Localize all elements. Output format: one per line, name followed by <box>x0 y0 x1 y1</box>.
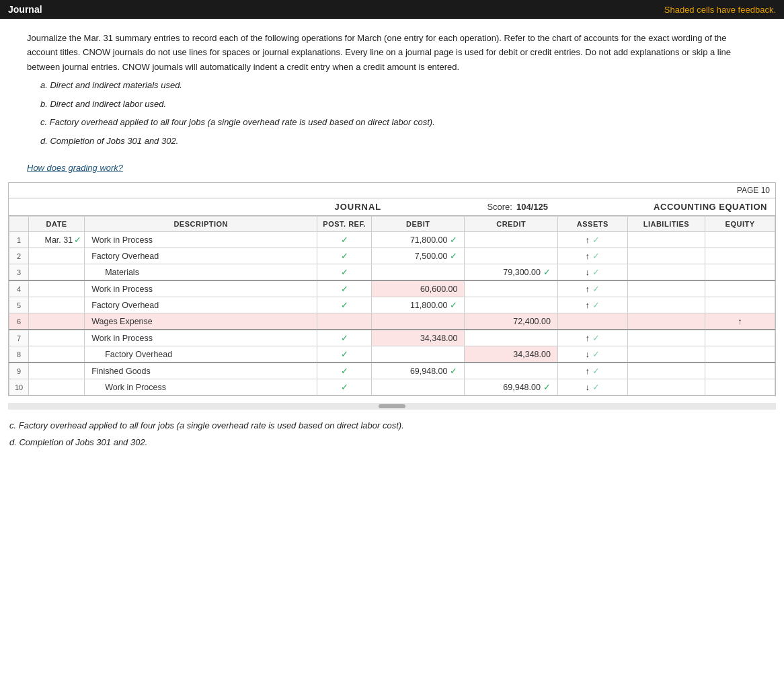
debit-cell[interactable]: 34,348.00 <box>372 330 465 346</box>
equity-cell[interactable] <box>705 264 775 281</box>
debit-cell[interactable]: 11,800.00✓ <box>372 297 465 313</box>
credit-cell[interactable] <box>465 297 557 313</box>
date-value: Mar. 31 <box>45 235 73 245</box>
debit-cell[interactable] <box>372 313 465 330</box>
debit-cell[interactable]: 69,948.00✓ <box>372 363 465 379</box>
date-cell[interactable] <box>29 297 85 313</box>
post-check-icon: ✓ <box>341 349 348 359</box>
liabilities-cell[interactable] <box>627 248 705 264</box>
credit-cell[interactable]: 34,348.00 <box>465 346 557 363</box>
description-cell[interactable]: Wages Expense <box>85 313 317 330</box>
post-ref-cell[interactable]: ✓ <box>317 248 372 264</box>
assets-cell[interactable]: ↑✓ <box>557 330 627 346</box>
liabilities-cell[interactable] <box>627 330 705 346</box>
grading-link-section: How does grading work? <box>0 156 784 178</box>
scroll-area[interactable] <box>8 403 776 410</box>
post-ref-cell[interactable]: ✓ <box>317 297 372 313</box>
liabilities-cell[interactable] <box>627 264 705 281</box>
equity-cell[interactable] <box>705 248 775 264</box>
description-cell[interactable]: Factory Overhead <box>85 346 317 363</box>
date-cell[interactable] <box>29 346 85 363</box>
debit-cell[interactable]: 71,800.00✓ <box>372 232 465 248</box>
date-cell[interactable] <box>29 280 85 297</box>
credit-cell[interactable] <box>465 232 557 248</box>
post-ref-cell[interactable]: ✓ <box>317 264 372 281</box>
credit-cell[interactable] <box>465 280 557 297</box>
description-cell[interactable]: Materials <box>85 264 317 281</box>
debit-cell[interactable]: 60,600.00 <box>372 280 465 297</box>
assets-cell[interactable] <box>557 313 627 330</box>
date-cell[interactable] <box>29 264 85 281</box>
assets-arrow: ↑ <box>586 235 590 245</box>
equity-cell[interactable] <box>705 232 775 248</box>
credit-cell[interactable]: 69,948.00✓ <box>465 379 557 395</box>
liabilities-cell[interactable] <box>627 363 705 379</box>
equity-cell[interactable] <box>705 297 775 313</box>
instruction-a: a. Direct and indirect materials used. <box>40 78 757 92</box>
equity-cell[interactable] <box>705 330 775 346</box>
journal-label: JOURNAL <box>334 202 381 212</box>
description-cell[interactable]: Work in Process <box>85 232 317 248</box>
equity-cell[interactable] <box>705 346 775 363</box>
assets-cell[interactable]: ↑✓ <box>557 232 627 248</box>
debit-value: 7,500.00 <box>415 252 448 261</box>
post-ref-cell[interactable]: ✓ <box>317 363 372 379</box>
description-cell[interactable]: Factory Overhead <box>85 297 317 313</box>
debit-cell[interactable] <box>372 379 465 395</box>
post-ref-cell[interactable]: ✓ <box>317 280 372 297</box>
table-row: 3Materials✓79,300.00✓↓✓ <box>9 264 775 281</box>
description-cell[interactable]: Finished Goods <box>85 363 317 379</box>
debit-cell[interactable] <box>372 264 465 281</box>
post-ref-cell[interactable]: ✓ <box>317 379 372 395</box>
post-ref-cell[interactable]: ✓ <box>317 346 372 363</box>
post-ref-cell[interactable] <box>317 313 372 330</box>
credit-cell[interactable] <box>465 330 557 346</box>
credit-cell[interactable] <box>465 248 557 264</box>
row-number: 6 <box>9 313 29 330</box>
row-number: 2 <box>9 248 29 264</box>
assets-cell[interactable]: ↓✓ <box>557 346 627 363</box>
description-cell[interactable]: Factory Overhead <box>85 248 317 264</box>
liabilities-cell[interactable] <box>627 297 705 313</box>
debit-cell[interactable] <box>372 346 465 363</box>
post-ref-cell[interactable]: ✓ <box>317 232 372 248</box>
liabilities-cell[interactable] <box>627 379 705 395</box>
debit-cell[interactable]: 7,500.00✓ <box>372 248 465 264</box>
grading-link[interactable]: How does grading work? <box>27 163 123 173</box>
assets-cell[interactable]: ↓✓ <box>557 264 627 281</box>
assets-cell[interactable]: ↑✓ <box>557 280 627 297</box>
post-ref-cell[interactable]: ✓ <box>317 330 372 346</box>
assets-cell[interactable]: ↑✓ <box>557 297 627 313</box>
date-cell[interactable]: Mar. 31✓ <box>29 232 85 248</box>
date-cell[interactable] <box>29 379 85 395</box>
equity-cell[interactable] <box>705 363 775 379</box>
equity-cell[interactable]: ↑ <box>705 313 775 330</box>
description-cell[interactable]: Work in Process <box>85 379 317 395</box>
table-row: 5Factory Overhead✓11,800.00✓↑✓ <box>9 297 775 313</box>
credit-check-icon: ✓ <box>543 382 551 392</box>
assets-check-icon: ✓ <box>592 333 600 343</box>
description-cell[interactable]: Work in Process <box>85 330 317 346</box>
equity-cell[interactable] <box>705 280 775 297</box>
assets-check-icon: ✓ <box>592 251 600 261</box>
date-cell[interactable] <box>29 248 85 264</box>
date-cell[interactable] <box>29 363 85 379</box>
credit-cell[interactable] <box>465 363 557 379</box>
liabilities-cell[interactable] <box>627 313 705 330</box>
assets-cell[interactable]: ↑✓ <box>557 248 627 264</box>
date-cell[interactable] <box>29 330 85 346</box>
table-row: 7Work in Process✓34,348.00↑✓ <box>9 330 775 346</box>
debit-check-icon: ✓ <box>450 251 457 261</box>
assets-cell[interactable]: ↓✓ <box>557 379 627 395</box>
credit-cell[interactable]: 72,400.00 <box>465 313 557 330</box>
equity-cell[interactable] <box>705 379 775 395</box>
description-cell[interactable]: Work in Process <box>85 280 317 297</box>
date-cell[interactable] <box>29 313 85 330</box>
liabilities-cell[interactable] <box>627 346 705 363</box>
credit-cell[interactable]: 79,300.00✓ <box>465 264 557 281</box>
credit-value: 79,300.00 <box>503 268 541 277</box>
liabilities-cell[interactable] <box>627 232 705 248</box>
assets-check-icon: ✓ <box>592 300 600 310</box>
assets-cell[interactable]: ↑✓ <box>557 363 627 379</box>
liabilities-cell[interactable] <box>627 280 705 297</box>
